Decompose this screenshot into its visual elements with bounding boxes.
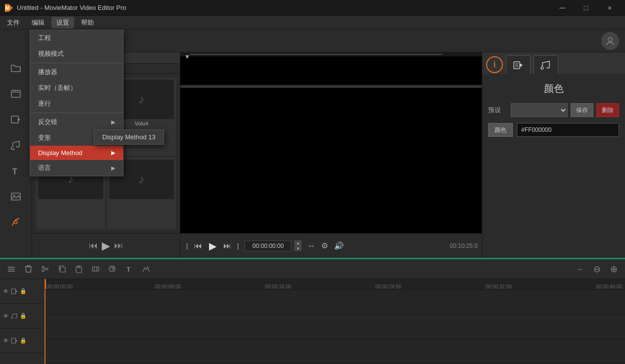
dropdown-item-deinterlace[interactable]: 反交错 ▶ (30, 114, 123, 130)
track-header-3: 👁 🔒 (0, 328, 44, 353)
trim-clip-button[interactable] (88, 262, 103, 277)
dropdown-item-progressive[interactable]: 逐行 (30, 96, 123, 112)
menu-bar: 文件 编辑 设置 帮助 工程 视频模式 播放器 实时（丢帧） 逐行 反交错 ▶ … (0, 16, 625, 30)
music-note-icon-3: ♪ (138, 172, 144, 186)
close-button[interactable]: × (598, 0, 621, 16)
ruler-mark-3: 00:00:24:00 (375, 284, 402, 289)
maximize-button[interactable]: □ (575, 0, 597, 16)
mark-out-button[interactable]: ] (235, 241, 241, 250)
svg-text:T: T (126, 266, 130, 273)
track-eye-icon-3[interactable]: 👁 (3, 337, 9, 344)
dropdown-item-realtime[interactable]: 实时（丢帧） (30, 80, 123, 96)
timeline-ruler: 00:00:00:00 00:00:08:00 00:00:16:00 00:0… (44, 279, 625, 290)
zoom-in-button[interactable]: ⊕ (606, 262, 621, 277)
svg-rect-34 (92, 267, 99, 271)
fit-button[interactable]: ↔ (305, 241, 317, 251)
dropdown-item-display-method[interactable]: Display Method ▶ (30, 146, 123, 160)
svg-point-27 (42, 266, 44, 268)
track-lock-icon-3[interactable]: 🔒 (20, 337, 27, 344)
video-tab-icon (513, 60, 524, 71)
color-picker-button[interactable]: 颜色 (488, 123, 513, 137)
save-preset-button[interactable]: 保存 (571, 103, 593, 117)
menu-file[interactable]: 文件 (2, 17, 25, 29)
mark-in-button[interactable]: [ (184, 241, 190, 250)
sidebar-music-icon[interactable] (4, 133, 28, 157)
svg-marker-20 (520, 63, 523, 67)
dropdown-item-player[interactable]: 播放器 (30, 64, 123, 80)
paste-clip-button[interactable] (71, 262, 86, 277)
menu-settings[interactable]: 设置 (51, 17, 74, 29)
text-icon: T (10, 165, 21, 176)
audio-level-button[interactable] (105, 262, 120, 277)
submenu-item-13[interactable]: Display Method 13 (94, 130, 164, 144)
info-tab[interactable]: i (486, 56, 503, 73)
user-icon (605, 36, 615, 46)
next-frame-button[interactable]: ⏭ (221, 241, 233, 251)
tl-menu-button[interactable] (4, 262, 19, 277)
media-play-button[interactable]: ▶ (102, 240, 110, 252)
image-icon (10, 191, 21, 202)
dropdown-item-video-mode[interactable]: 视频模式 (30, 46, 123, 62)
sidebar-video-icon[interactable] (4, 108, 28, 131)
chevron-right-icon-4: ▶ (111, 165, 115, 171)
chevron-right-icon-3: ▶ (111, 150, 115, 156)
trim-icon (91, 265, 100, 273)
zoom-out-button[interactable]: ⊖ (589, 262, 604, 277)
timeline-content: 👁 🔒 👁 🔒 👁 🔒 (0, 279, 625, 364)
time-stepper[interactable]: ▲ ▼ (294, 241, 301, 251)
timeline-track-row-3 (44, 339, 625, 364)
track-lock-icon-2[interactable]: 🔒 (20, 313, 27, 319)
time-up-button[interactable]: ▲ (294, 241, 301, 245)
text-clip-button[interactable]: T (122, 262, 136, 277)
track-eye-icon-1[interactable]: 👁 (3, 288, 9, 295)
svg-marker-43 (15, 339, 17, 342)
sidebar-media-icon[interactable] (4, 82, 28, 106)
video-canvas (180, 56, 482, 233)
sidebar-image-icon[interactable] (4, 185, 28, 208)
copy-icon (58, 265, 66, 273)
user-avatar[interactable] (601, 32, 619, 50)
preview-area: ▼ [ ⏮ ▶ ⏭ ] 00:00:00:00 ▲ ▼ (180, 52, 482, 258)
media-next-button[interactable]: ⏭ (114, 241, 123, 251)
minimize-button[interactable]: ─ (551, 0, 574, 16)
fit-timeline-button[interactable]: ↔ (573, 262, 587, 277)
scissors-icon (41, 265, 49, 273)
music-note-icon-1: ♪ (138, 92, 144, 106)
volume-button[interactable]: 🔊 (332, 240, 346, 251)
track-eye-icon-2[interactable]: 👁 (3, 313, 9, 320)
time-input[interactable]: 00:00:00:00 (245, 241, 292, 251)
sidebar-effects-icon[interactable] (4, 210, 28, 234)
track-header-2: 👁 🔒 (0, 304, 44, 328)
preset-select[interactable] (511, 103, 568, 117)
media-prev-button[interactable]: ⏮ (89, 241, 98, 251)
audio-level-icon (108, 265, 117, 273)
dropdown-item-project[interactable]: 工程 (30, 30, 123, 46)
color-row: 颜色 #FF000000 (488, 123, 619, 137)
video-tab[interactable] (506, 55, 531, 74)
delete-clip-button[interactable] (21, 262, 36, 277)
menu-edit[interactable]: 编辑 (27, 17, 49, 29)
menu-help[interactable]: 帮助 (76, 17, 99, 29)
play-button[interactable]: ▶ (206, 239, 219, 253)
progress-bar-area[interactable] (180, 85, 482, 88)
copy-clip-button[interactable] (54, 262, 69, 277)
sidebar-text-icon[interactable]: T (4, 159, 28, 183)
time-down-button[interactable]: ▼ (294, 246, 301, 251)
track-lock-icon-1[interactable]: 🔒 (20, 288, 27, 294)
audio-tab[interactable] (534, 55, 558, 74)
delete-preset-button[interactable]: 删除 (596, 103, 619, 117)
cut-clip-button[interactable] (38, 262, 52, 277)
svg-rect-8 (11, 90, 20, 97)
sidebar-folder-icon[interactable] (4, 56, 28, 80)
color-value-display[interactable]: #FF000000 (517, 123, 619, 137)
timeline-track-headers: 👁 🔒 👁 🔒 👁 🔒 (0, 279, 44, 364)
title-bar-title: Untitled - MovieMator Video Editor Pro (17, 4, 126, 11)
timeline-track-row-1 (44, 290, 625, 315)
svg-marker-41 (15, 290, 17, 293)
svg-point-18 (14, 221, 17, 224)
dropdown-item-language[interactable]: 语言 ▶ (30, 160, 123, 176)
settings-button[interactable]: ⚙ (319, 240, 330, 251)
effects-clip-button[interactable] (138, 262, 153, 277)
prev-frame-button[interactable]: ⏮ (192, 241, 204, 251)
svg-point-28 (42, 270, 44, 272)
